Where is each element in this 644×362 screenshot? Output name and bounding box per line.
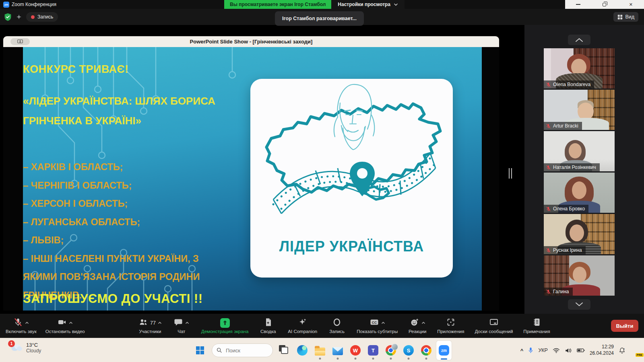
presenter-view-button[interactable] xyxy=(10,38,30,45)
wifi-icon[interactable] xyxy=(553,348,560,354)
mic-muted-icon xyxy=(546,248,551,253)
chevron-up-icon[interactable] xyxy=(421,321,425,325)
participant-video[interactable]: Руснак Ірина xyxy=(544,214,615,254)
participant-video[interactable]: Галина xyxy=(544,255,615,296)
leave-meeting-button[interactable]: Выйти xyxy=(611,320,638,332)
copilot-icon[interactable]: PRE xyxy=(630,345,641,356)
participant-name: Наталія Розінкевич xyxy=(553,165,596,170)
participant-name: Галина xyxy=(553,289,569,294)
toolbar-notes-button[interactable]: Примечания xyxy=(523,318,550,334)
logo-caption: ЛІДЕР УКРАЇНСТВА xyxy=(279,238,424,255)
taskbar-search[interactable] xyxy=(212,343,273,357)
taskbar-app-teams[interactable]: T xyxy=(365,341,381,360)
microphone-tray-icon[interactable] xyxy=(528,347,533,354)
toolbar-captions-button[interactable]: CC Показать субтитры xyxy=(357,318,398,334)
restore-icon xyxy=(603,3,606,6)
zoom-app-icon: zm xyxy=(3,2,9,8)
chevron-up-icon[interactable] xyxy=(185,321,189,325)
recording-indicator[interactable]: Запись xyxy=(26,12,58,22)
shared-screen-area: PowerPoint Slide Show - [Грінченківські … xyxy=(0,25,499,314)
taskbar-app-zoom[interactable]: zm xyxy=(436,341,452,360)
mic-muted-icon xyxy=(546,206,551,212)
taskbar-apps: W T S zm xyxy=(277,341,452,360)
slide-location-item: – ЛЬВІВ; xyxy=(23,231,234,250)
taskbar-app-chrome-with-camera[interactable] xyxy=(383,341,398,360)
slide-heading: КОНКУРС ТРИВАЄ! xyxy=(23,63,129,76)
slide-subheading: «ЛІДЕР УКРАЇНСТВА: ШЛЯХ БОРИСА ГРІНЧЕНКА… xyxy=(23,91,250,131)
toolbar-mic-off-button[interactable]: Включить звук xyxy=(6,318,37,334)
tray-expand-button[interactable]: ^ xyxy=(520,348,524,354)
chevron-down-icon xyxy=(394,3,398,6)
meeting-controls-toolbar: Включить звук Остановить видео 77 Участн… xyxy=(0,314,644,338)
notification-bell-icon[interactable]: z xyxy=(619,347,625,354)
whiteboard-icon xyxy=(489,317,499,329)
mic-off-icon xyxy=(13,317,23,329)
slide-location-item: – ХАРКІВ І ОБЛАСТЬ; xyxy=(23,158,234,177)
taskbar-app-mail[interactable] xyxy=(330,341,345,360)
toolbar-share-screen-button[interactable]: Демонстрация экрана xyxy=(201,318,249,334)
participant-name-tag: Olena Bondareva xyxy=(544,80,594,88)
toolbar-chat-button[interactable]: Чат xyxy=(172,318,191,334)
participant-video[interactable]: Olena Bondareva xyxy=(544,48,615,88)
close-button[interactable]: ✕ xyxy=(618,0,644,9)
monitor-person-icon xyxy=(17,39,23,44)
volume-icon[interactable] xyxy=(565,348,572,354)
sparkle-icon[interactable] xyxy=(16,14,22,20)
language-indicator[interactable]: УКР xyxy=(538,348,548,353)
restore-button[interactable] xyxy=(591,0,617,9)
toolbar-record-button[interactable]: Запись xyxy=(328,318,346,334)
chevron-up-icon[interactable] xyxy=(158,321,162,325)
security-shield-icon[interactable] xyxy=(4,13,12,21)
chevron-up-icon[interactable] xyxy=(381,321,385,325)
record-icon xyxy=(332,317,342,329)
reactions-icon xyxy=(410,317,419,329)
toolbar-ai-sparkle-button[interactable]: AI Companion xyxy=(288,318,317,334)
windows-taskbar: 1 13°C Cloudy xyxy=(0,338,644,362)
active-speaker-tooltip: Iгор Стамбол разговаривает... xyxy=(275,11,364,26)
participant-video[interactable]: Олена Бровко xyxy=(544,173,615,213)
scroll-participants-down-button[interactable] xyxy=(568,299,590,310)
taskbar-app-file-explorer[interactable] xyxy=(312,341,328,360)
view-settings-label: Настройки просмотра xyxy=(338,2,390,7)
toolbar-participants-button[interactable]: 77 Участники xyxy=(138,318,162,334)
participant-video-list: Olena Bondareva Artur Bracki Наталія Роз… xyxy=(544,48,615,297)
contest-logo-card: ЛІДЕР УКРАЇНСТВА xyxy=(250,79,453,278)
chevron-up-icon[interactable] xyxy=(25,321,29,325)
weather-condition: Cloudy xyxy=(26,348,41,354)
toolbar-summary-button[interactable]: Сводка xyxy=(259,318,277,334)
battery-icon[interactable] xyxy=(577,348,585,353)
taskbar-app-task-view[interactable] xyxy=(277,341,292,360)
lider-ukrainstva-logo xyxy=(251,79,452,236)
taskbar-app-wps-office[interactable]: W xyxy=(348,341,363,360)
toolbar-whiteboard-button[interactable]: Доски сообщений xyxy=(475,318,513,334)
slide-location-list: – ХАРКІВ І ОБЛАСТЬ; – ЧЕРНІГІВ І ОБЛАСТЬ… xyxy=(23,158,234,304)
view-settings-dropdown[interactable]: Настройки просмотра xyxy=(331,0,405,9)
weather-widget[interactable]: 1 13°C Cloudy xyxy=(10,342,41,354)
panel-resize-handle[interactable] xyxy=(509,168,512,179)
notes-icon xyxy=(532,317,542,329)
participant-name-tag: Олена Бровко xyxy=(544,205,588,213)
window-controls: ✕ xyxy=(565,0,644,9)
toolbar-camera-button[interactable]: Остановить видео xyxy=(45,318,85,334)
participant-video[interactable]: Наталія Розінкевич xyxy=(544,131,615,171)
captions-icon: CC xyxy=(369,317,379,329)
participant-name-tag: Наталія Розінкевич xyxy=(544,163,600,171)
mic-muted-icon xyxy=(546,289,551,294)
zoom-meeting-window: zm Zoom Конференция Вы просматриваете эк… xyxy=(0,0,644,362)
scroll-participants-up-button[interactable] xyxy=(568,35,590,45)
toolbar-reactions-button[interactable]: Реакции xyxy=(408,318,427,334)
system-tray: ^ УКР 12:29 26.04.2024 z P xyxy=(520,338,641,362)
minimize-button[interactable] xyxy=(565,0,591,9)
chevron-up-icon[interactable] xyxy=(69,321,73,325)
participant-name: Olena Bondareva xyxy=(553,82,590,87)
toolbar-apps-button[interactable]: Приложения xyxy=(437,318,464,334)
participant-video[interactable]: Artur Bracki xyxy=(544,90,615,130)
slide-location-item: – ЧЕРНІГІВ І ОБЛАСТЬ; xyxy=(23,177,234,195)
clock[interactable]: 12:29 26.04.2024 xyxy=(590,344,614,356)
taskbar-app-skype[interactable]: S xyxy=(401,341,416,360)
taskbar-app-edge[interactable] xyxy=(295,341,310,360)
taskbar-app-chrome[interactable] xyxy=(419,341,434,360)
start-button[interactable] xyxy=(192,341,208,359)
ai-sparkle-icon xyxy=(298,317,308,329)
view-button[interactable]: Вид xyxy=(613,12,638,22)
